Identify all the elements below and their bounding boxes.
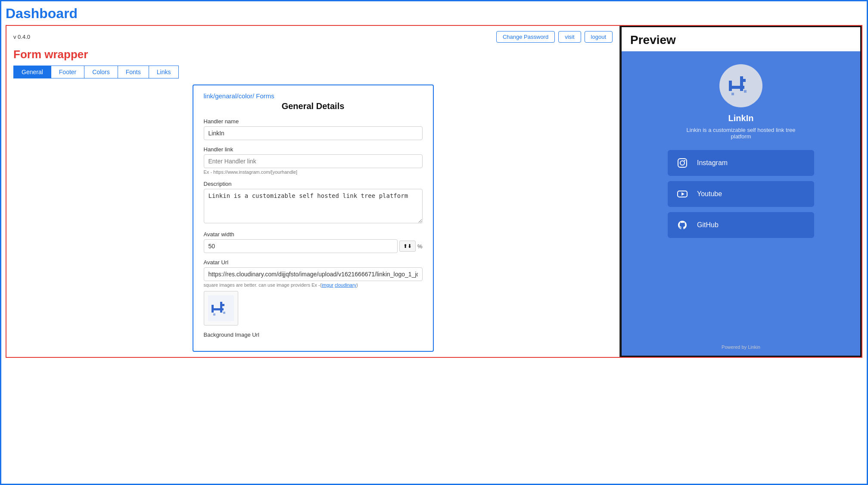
preview-footer: Powered by Linkin [622, 338, 860, 356]
svg-rect-3 [220, 302, 222, 313]
form-card: link/genaral/color/ Forms General Detail… [193, 84, 434, 352]
avatar-url-hint: square images are better. can use image … [204, 282, 423, 288]
avatar-circle [719, 64, 762, 107]
avatar-width-label: Avatar width [204, 231, 423, 238]
svg-rect-13 [744, 90, 747, 93]
tab-links[interactable]: Links [149, 66, 179, 78]
preview-link-youtube[interactable]: Youtube [668, 181, 814, 207]
tab-footer[interactable]: Footer [51, 66, 84, 78]
handler-link-hint: Ex - https://www.instagram.com/[yourhand… [204, 169, 423, 175]
instagram-label: Instagram [697, 159, 728, 167]
svg-rect-2 [212, 305, 214, 313]
svg-rect-10 [740, 76, 743, 91]
form-card-title: General Details [204, 101, 423, 111]
handler-name-input[interactable] [204, 126, 423, 140]
preview-handler-name: LinkIn [728, 113, 754, 123]
svg-rect-11 [743, 79, 746, 82]
main-container: v 0.4.0 Change Password visit logout For… [6, 25, 862, 358]
github-label: GitHub [697, 221, 719, 229]
imgur-link[interactable]: imgur [321, 282, 333, 288]
youtube-label: Youtube [697, 190, 722, 198]
dashboard-title: Dashboard [6, 6, 862, 22]
avatar-url-label: Avatar Url [204, 259, 423, 266]
github-icon [676, 219, 688, 231]
right-panel: Preview LinkIn Linkin is a customizable [620, 26, 862, 357]
visit-button[interactable]: visit [558, 31, 581, 43]
avatar-width-spinner[interactable]: ⬆⬇ [399, 241, 416, 252]
handler-name-label: Handler name [204, 118, 423, 125]
avatar-preview [204, 291, 238, 325]
tab-nav: General Footer Colors Fonts Links [13, 66, 613, 78]
svg-point-15 [680, 161, 684, 165]
preview-link-instagram[interactable]: Instagram [668, 150, 814, 176]
svg-rect-12 [731, 93, 734, 95]
preview-avatar-logo [724, 69, 758, 103]
instagram-icon [676, 157, 688, 169]
form-wrapper-title: Form wrapper [13, 48, 613, 61]
left-panel: v 0.4.0 Change Password visit logout For… [6, 26, 620, 357]
svg-rect-14 [678, 159, 687, 167]
tab-fonts[interactable]: Fonts [118, 66, 149, 78]
avatar-width-unit: % [417, 243, 423, 250]
tab-general[interactable]: General [13, 66, 51, 78]
svg-rect-4 [222, 304, 224, 306]
preview-link-github[interactable]: GitHub [668, 212, 814, 238]
svg-rect-6 [223, 312, 225, 314]
youtube-icon [676, 188, 688, 200]
preview-description: Linkin is a customizable self hosted lin… [681, 127, 801, 140]
tab-colors[interactable]: Colors [84, 66, 118, 78]
description-textarea[interactable]: Linkin is a customizable self hosted lin… [204, 189, 423, 223]
avatar-url-input[interactable] [204, 267, 423, 281]
preview-title: Preview [630, 33, 852, 47]
svg-rect-9 [729, 81, 732, 91]
handler-link-label: Handler link [204, 146, 423, 153]
logout-button[interactable]: logout [585, 31, 613, 43]
svg-rect-5 [213, 313, 215, 316]
handler-link-input[interactable] [204, 154, 423, 168]
avatar-width-input[interactable] [204, 239, 398, 253]
description-label: Description [204, 181, 423, 187]
change-password-button[interactable]: Change Password [496, 31, 555, 43]
version-text: v 0.4.0 [13, 34, 30, 40]
form-card-url: link/genaral/color/ Forms [204, 92, 423, 100]
svg-marker-18 [681, 192, 684, 196]
linkin-logo-small [208, 295, 234, 321]
svg-point-16 [684, 160, 685, 161]
background-image-label: Background Image Url [204, 332, 423, 338]
cloudinary-link[interactable]: cloudinary [335, 282, 356, 288]
